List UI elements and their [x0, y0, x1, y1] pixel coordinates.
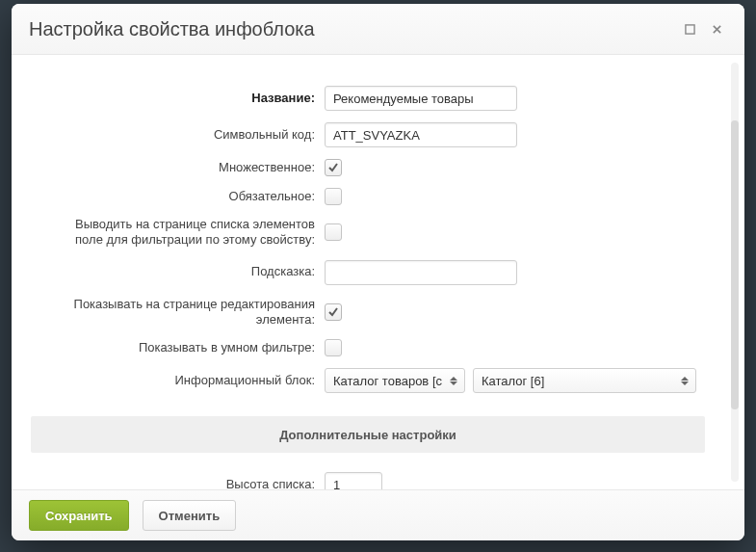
dialog: Настройка свойства инфоблока Название: С… — [12, 4, 744, 540]
svg-rect-0 — [685, 24, 693, 33]
label-hint: Подсказка: — [12, 264, 323, 279]
checkbox-multiple[interactable] — [325, 159, 342, 176]
scrollbar-thumb[interactable] — [731, 120, 739, 409]
maximize-button[interactable] — [679, 18, 700, 39]
input-list-height[interactable] — [325, 472, 382, 489]
select-iblock[interactable]: Каталог [6] — [473, 368, 696, 393]
label-show-filter: Выводить на странице списка элементов по… — [12, 217, 323, 249]
cancel-button[interactable]: Отменить — [143, 500, 237, 531]
close-button[interactable] — [706, 18, 727, 39]
row-show-filter: Выводить на странице списка элементов по… — [12, 211, 724, 254]
dialog-footer: Сохранить Отменить — [12, 489, 744, 540]
scrollbar[interactable] — [731, 63, 739, 482]
label-show-edit: Показывать на странице редактирования эл… — [12, 297, 323, 329]
select-iblock-value: Каталог [6] — [482, 374, 672, 388]
label-list-height: Высота списка: — [12, 477, 323, 489]
dialog-content: Название: Символьный код: Множественное: — [12, 55, 744, 489]
section-additional: Дополнительные настройки — [31, 416, 705, 453]
input-code[interactable] — [325, 122, 517, 147]
label-name: Название: — [12, 91, 323, 106]
select-iblock-type[interactable]: Каталог товаров [ca — [325, 368, 465, 393]
save-button[interactable]: Сохранить — [29, 500, 129, 531]
row-iblock: Информационный блок: Каталог товаров [ca… — [12, 362, 724, 399]
row-name: Название: — [12, 80, 724, 117]
checkbox-show-edit[interactable] — [325, 303, 342, 321]
titlebar: Настройка свойства инфоблока — [12, 4, 744, 55]
select-iblock-type-value: Каталог товаров [ca — [333, 374, 442, 388]
checkbox-required[interactable] — [325, 188, 342, 205]
label-code: Символьный код: — [12, 127, 323, 143]
row-show-edit: Показывать на странице редактирования эл… — [12, 291, 724, 334]
row-multiple: Множественное: — [12, 153, 724, 182]
chevron-updown-icon — [448, 377, 460, 385]
label-smart-filter: Показывать в умном фильтре: — [12, 340, 323, 355]
row-required: Обязательное: — [12, 182, 724, 211]
row-smart-filter: Показывать в умном фильтре: — [12, 333, 724, 362]
checkbox-show-filter[interactable] — [325, 223, 342, 241]
dialog-title: Настройка свойства инфоблока — [29, 18, 673, 40]
chevron-updown-icon — [678, 377, 691, 385]
input-hint[interactable] — [325, 260, 517, 285]
row-list-height: Высота списка: — [12, 466, 724, 489]
row-hint: Подсказка: — [12, 254, 724, 291]
form-scroll[interactable]: Название: Символьный код: Множественное: — [12, 55, 724, 489]
checkbox-smart-filter[interactable] — [325, 339, 342, 356]
label-iblock: Информационный блок: — [12, 373, 323, 388]
row-code: Символьный код: — [12, 117, 724, 153]
input-name[interactable] — [325, 86, 517, 111]
label-multiple: Множественное: — [12, 160, 323, 175]
label-required: Обязательное: — [12, 189, 323, 204]
